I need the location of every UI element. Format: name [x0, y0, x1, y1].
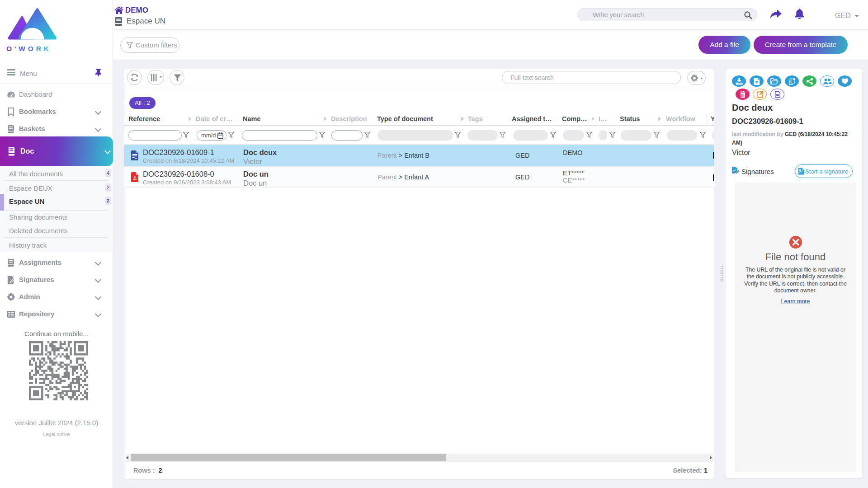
- svg-text:O'WORK: O'WORK: [6, 45, 52, 52]
- svg-text:w: w: [134, 157, 137, 160]
